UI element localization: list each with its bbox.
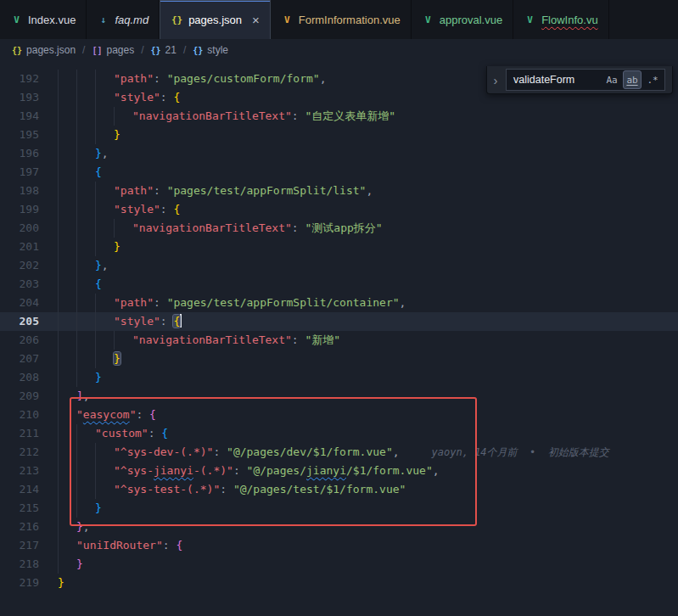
line-number: 193 [0, 88, 39, 107]
code-line-199[interactable]: 199"style": { [0, 200, 678, 219]
line-number: 217 [0, 536, 39, 555]
line-content: "style": { [58, 200, 180, 219]
line-number: 208 [0, 368, 39, 387]
line-number: 213 [0, 462, 39, 480]
whole-word-button[interactable]: ab [623, 70, 642, 89]
breadcrumb-label: style [207, 44, 228, 56]
breadcrumb-item-pages[interactable]: []pages [92, 44, 134, 56]
line-content: }, [58, 518, 90, 536]
code-line-196[interactable]: 196}, [0, 144, 678, 163]
breadcrumb-separator: / [82, 44, 85, 56]
code-line-197[interactable]: 197{ [0, 163, 678, 182]
line-number: 199 [0, 200, 39, 219]
line-content: }, [58, 144, 109, 163]
vue-icon: V [10, 14, 23, 25]
code-line-208[interactable]: 208} [0, 368, 678, 387]
code-line-203[interactable]: 203{ [0, 275, 678, 294]
tab-forminformation-vue[interactable]: VFormInformation.vue [271, 0, 412, 39]
code-line-200[interactable]: 200"navigationBarTitleText": "测试app拆分" [0, 219, 678, 238]
code-line-194[interactable]: 194"navigationBarTitleText": "自定义表单新增" [0, 107, 678, 126]
git-blame-annotation: yaoyn, 14个月前 • 初始版本提交 [432, 446, 609, 458]
code-line-217[interactable]: 217"uniIdRouter": { [0, 536, 678, 555]
find-widget: › validateForm Aa ab .* [486, 66, 673, 94]
code-line-216[interactable]: 216}, [0, 518, 678, 536]
line-content: { [58, 163, 102, 182]
breadcrumb-separator: / [183, 44, 186, 56]
line-number: 211 [0, 424, 39, 443]
breadcrumb-item-style[interactable]: {}style [193, 44, 228, 56]
breadcrumb: {}pages.json/[]pages/{}21/{}style [0, 39, 678, 61]
line-content: { [58, 275, 102, 294]
line-number: 195 [0, 126, 39, 144]
line-content: } [58, 238, 120, 256]
chevron-right-icon[interactable]: › [490, 73, 501, 87]
code-line-204[interactable]: 204"path": "pages/test/appFormSplit/cont… [0, 294, 678, 312]
code-line-219[interactable]: 219} [0, 574, 678, 592]
code-line-206[interactable]: 206"navigationBarTitleText": "新增" [0, 331, 678, 350]
vscode-window: VIndex.vue↓faq.md{}pages.json×VFormInfor… [0, 0, 678, 616]
breadcrumb-separator: / [141, 44, 143, 56]
line-number: 192 [0, 70, 39, 88]
code-line-214[interactable]: 214"^sys-test-(.*)": "@/pages/test/$1/fo… [0, 480, 678, 499]
line-number: 201 [0, 238, 39, 256]
code-line-207[interactable]: 207} [0, 350, 678, 368]
code-line-211[interactable]: 211"custom": { [0, 424, 678, 443]
line-number: 215 [0, 499, 39, 518]
tab-faq-md[interactable]: ↓faq.md [87, 0, 160, 39]
code-line-210[interactable]: 210"easycom": { [0, 406, 678, 424]
code-line-215[interactable]: 215} [0, 499, 678, 518]
line-content: } [58, 368, 102, 387]
code-line-195[interactable]: 195} [0, 126, 678, 144]
line-number: 207 [0, 350, 39, 368]
line-number: 202 [0, 256, 39, 275]
line-content: "path": "pages/customForm/form", [58, 70, 326, 88]
breadcrumb-item-21[interactable]: {}21 [151, 44, 177, 56]
breadcrumb-item-pages.json[interactable]: {}pages.json [12, 44, 76, 56]
md-icon: ↓ [97, 14, 109, 25]
match-case-button[interactable]: Aa [603, 71, 620, 88]
tab-label: faq.md [115, 14, 148, 26]
line-content: "navigationBarTitleText": "自定义表单新增" [58, 107, 395, 126]
code-line-209[interactable]: 209], [0, 387, 678, 406]
code-line-218[interactable]: 218} [0, 555, 678, 574]
line-content: }, [58, 256, 109, 275]
tab-flowinfo-vu[interactable]: VFlowInfo.vu [513, 0, 608, 39]
find-query-text[interactable]: validateForm [510, 74, 601, 86]
breadcrumb-label: 21 [165, 44, 177, 56]
line-content: "^sys-dev-(.*)": "@/pages/dev/$1/form.vu… [58, 443, 609, 462]
line-number: 209 [0, 387, 39, 406]
code-line-213[interactable]: 213"^sys-jianyi-(.*)": "@/pages/jianyi/$… [0, 462, 678, 480]
line-number: 198 [0, 182, 39, 200]
find-input[interactable]: validateForm Aa ab .* [506, 69, 665, 91]
tab-approval-vue[interactable]: Vapproval.vue [412, 0, 513, 39]
text-cursor [180, 314, 182, 328]
tab-label: pages.json [188, 14, 242, 26]
tab-pages-json[interactable]: {}pages.json× [160, 0, 271, 39]
line-content: "navigationBarTitleText": "新增" [58, 331, 340, 350]
code-line-198[interactable]: 198"path": "pages/test/appFormSplit/list… [0, 182, 678, 200]
line-content: "easycom": { [58, 406, 156, 424]
breadcrumb-label: pages.json [26, 44, 76, 56]
code-line-201[interactable]: 201} [0, 238, 678, 256]
tab-label: FormInformation.vue [299, 14, 401, 26]
json-icon: {} [12, 46, 22, 55]
line-number: 216 [0, 518, 39, 536]
line-content: } [58, 555, 83, 574]
tab-label: FlowInfo.vu [541, 14, 597, 26]
editor[interactable]: 192"path": "pages/customForm/form",193"s… [0, 61, 678, 616]
line-content: } [58, 126, 120, 144]
close-icon[interactable]: × [252, 14, 260, 26]
code-line-202[interactable]: 202}, [0, 256, 678, 275]
line-number: 204 [0, 294, 39, 312]
line-number: 214 [0, 480, 39, 499]
object-icon: {} [193, 46, 203, 55]
regex-button[interactable]: .* [644, 71, 661, 88]
vue-icon: V [524, 14, 536, 25]
tab-label: approval.vue [440, 14, 502, 26]
code-line-212[interactable]: 212"^sys-dev-(.*)": "@/pages/dev/$1/form… [0, 443, 678, 462]
breadcrumb-label: pages [106, 44, 134, 56]
code-line-205[interactable]: 205"style": { [0, 312, 678, 331]
line-number: 212 [0, 443, 39, 462]
line-content: "custom": { [58, 424, 168, 443]
tab-index-vue[interactable]: VIndex.vue [0, 0, 87, 39]
